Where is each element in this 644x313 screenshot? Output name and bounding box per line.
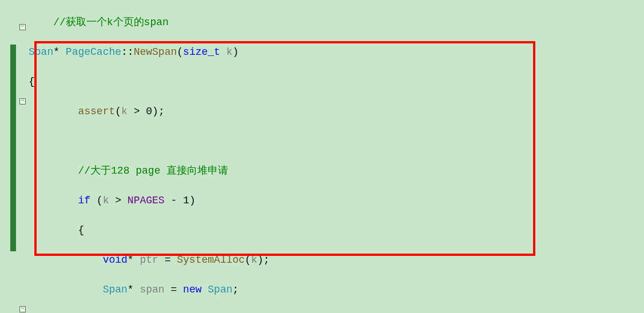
fold-toggle-icon[interactable] xyxy=(19,24,26,30)
code-area[interactable]: //获取一个k个页的span Span* PageCache::NewSpan(… xyxy=(29,0,368,313)
code-line: Span* PageCache::NewSpan(size_t k) xyxy=(29,45,368,59)
code-line: //大于128 page 直接向堆申请 xyxy=(29,163,368,178)
code-line: assert(k > 0); xyxy=(29,104,368,119)
comment-text: //大于128 page 直接向堆申请 xyxy=(78,165,228,176)
code-line xyxy=(29,134,368,149)
comment-text: //获取一个k个页的span xyxy=(53,17,169,28)
code-line: void* ptr = SystemAlloc(k); xyxy=(29,252,368,267)
fold-gutter xyxy=(19,0,27,313)
code-line: Span* span = new Span; xyxy=(29,282,368,297)
fold-toggle-icon[interactable] xyxy=(19,306,26,312)
code-line: { xyxy=(29,74,368,89)
code-line: if (k > NPAGES - 1) xyxy=(29,193,368,208)
code-line: //获取一个k个页的span xyxy=(29,15,368,30)
change-marker-strip xyxy=(10,45,16,251)
code-line: { xyxy=(29,223,368,238)
fold-toggle-icon[interactable] xyxy=(19,98,26,105)
